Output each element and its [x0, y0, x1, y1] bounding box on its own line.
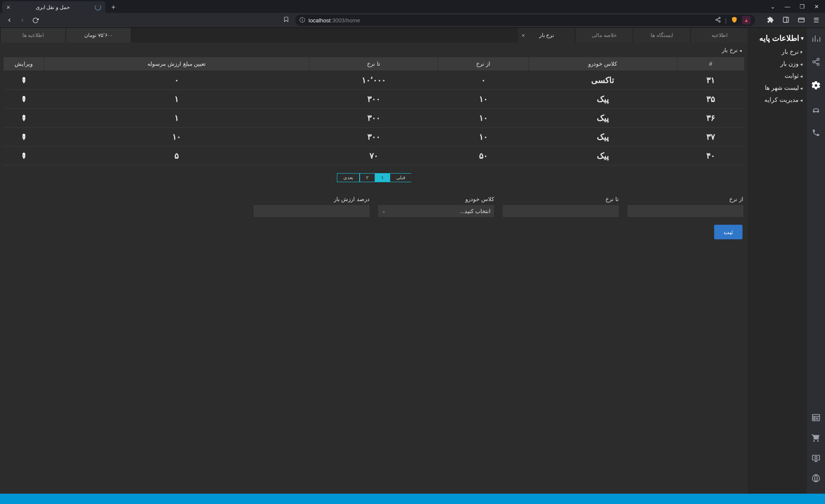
window-minimize-icon[interactable]: —	[785, 3, 790, 10]
input-to[interactable]	[503, 205, 619, 217]
cell-class: پیک	[529, 109, 677, 128]
url-text: localhost:3003/home	[309, 17, 360, 24]
sidebar-item-rate[interactable]: نرخ بار	[748, 46, 807, 58]
browser-tab[interactable]: × حمل و نقل ابری	[2, 1, 105, 13]
tabs-row: اطلاعیه ایستگاه ها خلاصه مالی × نرخ بار …	[0, 28, 748, 43]
svg-line-3	[717, 20, 719, 21]
tab-rate[interactable]: × نرخ بار	[518, 28, 575, 43]
pager-page-2[interactable]: ۲	[360, 173, 375, 182]
sidebar: ▾ اطلاعات پایه نرخ بار وزن بار ثوابت لیس…	[748, 28, 807, 494]
sidebar-title[interactable]: ▾ اطلاعات پایه	[748, 31, 807, 46]
gears-icon[interactable]	[811, 80, 821, 93]
car-icon[interactable]	[811, 105, 821, 116]
pager-next[interactable]: بعدی	[337, 173, 360, 182]
cell-class: تاکسی	[529, 71, 677, 90]
svg-rect-7	[798, 18, 804, 22]
window-maximize-icon[interactable]: ❐	[800, 3, 805, 10]
cell-from: ۰	[438, 71, 529, 90]
field-from: از نرخ	[627, 196, 743, 217]
new-tab-button[interactable]: +	[109, 3, 118, 12]
field-class: کلاس خودرو انتخاب کنید... ⌄	[378, 196, 494, 217]
select-class[interactable]: انتخاب کنید... ⌄	[378, 205, 494, 217]
edit-icon[interactable]: ✎	[18, 94, 29, 105]
extensions-icon[interactable]	[767, 16, 774, 24]
notices-pill[interactable]: اطلاعیه ها	[1, 28, 65, 43]
form-row: از نرخ تا نرخ کلاس خودرو انتخاب کنید... …	[0, 182, 748, 217]
label-to: تا نرخ	[503, 196, 619, 202]
label-from: از نرخ	[627, 196, 743, 202]
pagination: بعدی ۲ ۱ قبلی	[0, 173, 748, 182]
address-bar[interactable]: ⓘ localhost:3003/home | ▲	[295, 15, 755, 26]
tab-notice[interactable]: اطلاعیه	[691, 28, 748, 43]
bookmark-icon[interactable]	[283, 16, 289, 24]
cell-class: پیک	[529, 128, 677, 147]
cell-val: ۰	[44, 71, 309, 90]
svg-rect-23	[814, 418, 815, 420]
th-class: کلاس خودرو	[529, 57, 677, 71]
browser-menu-icon[interactable]: ☰	[813, 16, 819, 24]
svg-point-26	[813, 475, 820, 482]
site-info-icon[interactable]: ⓘ	[299, 16, 305, 24]
sidebar-item-fare[interactable]: مدیریت کرایه	[748, 94, 807, 106]
phone-icon[interactable]	[812, 128, 820, 139]
cart-icon[interactable]	[811, 433, 821, 445]
svg-point-1	[715, 19, 717, 21]
sidebar-item-constants[interactable]: ثوابت	[748, 70, 807, 82]
stats-icon[interactable]	[811, 34, 821, 46]
nav-reload-button[interactable]	[32, 17, 39, 24]
edit-icon[interactable]: ✎	[18, 75, 29, 86]
tab-favicon-icon	[95, 4, 101, 10]
th-to: تا نرخ	[309, 57, 438, 71]
th-from: از نرخ	[438, 57, 529, 71]
tab-stations[interactable]: ایستگاه ها	[633, 28, 690, 43]
sidebar-item-cities[interactable]: لیست شهر ها	[748, 82, 807, 94]
news-icon[interactable]	[811, 413, 821, 425]
cell-id: ۴۰	[677, 147, 744, 165]
field-to: تا نرخ	[503, 196, 619, 217]
browser-toolbar: ⓘ localhost:3003/home | ▲ ☰	[0, 13, 825, 28]
cell-class: پیک	[529, 90, 677, 109]
nav-back-button[interactable]	[6, 17, 13, 24]
pager-prev[interactable]: قبلی	[390, 173, 411, 182]
cell-id: ۳۵	[677, 90, 744, 109]
edit-icon[interactable]: ✎	[18, 113, 29, 124]
field-percent: درصد ارزش بار	[254, 196, 370, 217]
table-row: ۳۵پیک۱۰۳۰۰۱✎	[3, 90, 745, 109]
table-row: ۳۱تاکسی۰۱۰٬۰۰۰۰✎	[3, 71, 745, 90]
input-percent[interactable]	[254, 205, 370, 217]
sidebar-item-weight[interactable]: وزن بار	[748, 58, 807, 70]
tab-financial[interactable]: خلاصه مالی	[576, 28, 632, 43]
svg-point-14	[817, 63, 819, 65]
cell-val: ۱	[44, 109, 309, 128]
svg-point-25	[815, 456, 817, 459]
side-panel-icon[interactable]	[782, 16, 789, 24]
cell-to: ۳۰۰	[309, 90, 438, 109]
pager-page-1[interactable]: ۱	[375, 173, 390, 182]
submit-button[interactable]: ثبت	[714, 225, 742, 239]
window-dropdown-icon[interactable]: ⌄	[770, 3, 775, 10]
cell-val: ۵	[44, 147, 309, 165]
brave-shield-icon[interactable]	[731, 16, 738, 24]
present-icon[interactable]	[811, 453, 821, 465]
th-edit: ویرایش	[3, 57, 44, 71]
cell-val: ۱	[44, 90, 309, 109]
svg-rect-24	[813, 455, 820, 460]
th-id: #	[677, 57, 744, 71]
share-rail-icon[interactable]	[812, 58, 820, 68]
edit-icon[interactable]: ✎	[18, 132, 29, 143]
wallet-icon[interactable]	[798, 16, 805, 24]
tab-close-icon[interactable]: ×	[6, 3, 10, 11]
input-from[interactable]	[627, 205, 743, 217]
tab-close-icon[interactable]: ×	[522, 32, 525, 39]
brave-rewards-icon[interactable]: ▲	[742, 16, 751, 24]
nav-forward-button[interactable]	[19, 17, 26, 24]
browser-right-icons: ☰	[767, 16, 819, 24]
cell-from: ۵۰	[438, 147, 529, 165]
balance-pill[interactable]: ۷۵٬۶۰۰ تومان	[66, 28, 131, 43]
globe-icon[interactable]	[811, 473, 821, 485]
icon-rail	[807, 28, 825, 494]
label-percent: درصد ارزش بار	[254, 196, 370, 202]
edit-icon[interactable]: ✎	[18, 151, 29, 162]
window-close-icon[interactable]: ✕	[814, 3, 819, 10]
share-icon[interactable]	[715, 17, 721, 24]
